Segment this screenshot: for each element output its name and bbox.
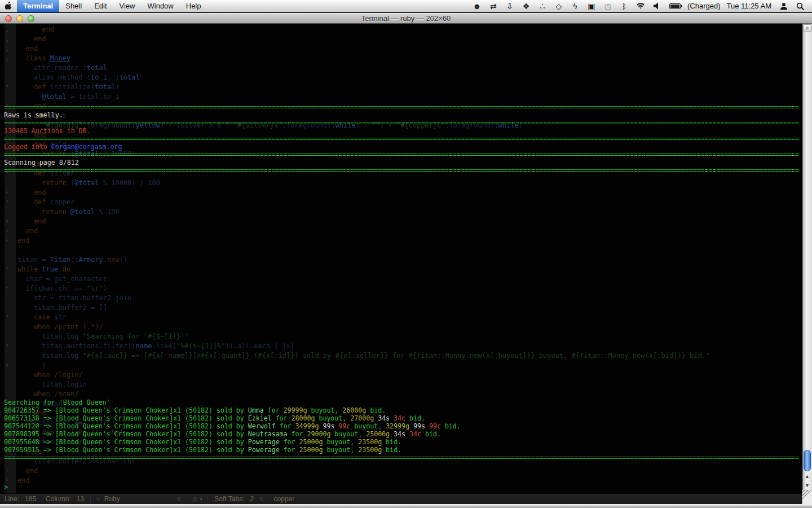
- separator-line: ========================================…: [4, 135, 799, 143]
- code-line: titan.log "Searching for '#{$~[1]}'": [17, 332, 188, 341]
- code-line: class Money: [17, 54, 70, 63]
- fold-arrow-up-icon[interactable]: ▴: [6, 218, 14, 223]
- fold-arrow-up-icon[interactable]: ▴: [6, 362, 14, 367]
- spotlight-icon[interactable]: [794, 0, 806, 12]
- bundle-stepper-icon[interactable]: ⇅: [176, 496, 181, 502]
- terminal-title-bar[interactable]: Terminal — ruby — 202×60: [0, 13, 812, 24]
- fold-arrow-up-icon[interactable]: ▴: [6, 38, 14, 43]
- apple-menu[interactable]: [0, 0, 17, 12]
- soft-tabs-value[interactable]: 2: [250, 495, 254, 503]
- download-box-icon[interactable]: ⇩: [504, 0, 516, 12]
- code-line: when /scan/: [17, 389, 78, 399]
- window-title: Terminal — ruby — 202×60: [0, 14, 812, 23]
- app-blobs-icon[interactable]: ❖: [520, 0, 532, 12]
- split-pane-button[interactable]: ≡: [803, 24, 811, 32]
- separator-line: ========================================…: [4, 167, 799, 174]
- code-line: case str: [17, 313, 67, 322]
- fold-arrow-down-icon[interactable]: ▾: [6, 266, 14, 271]
- display-icon[interactable]: ▣: [585, 0, 598, 12]
- fold-arrow-down-icon[interactable]: ▾: [6, 343, 14, 348]
- status-divider: [208, 494, 208, 505]
- fold-arrow-up-icon[interactable]: ▴: [6, 190, 14, 194]
- background-window-bottom-edge: [0, 504, 812, 508]
- code-line: end: [17, 44, 38, 54]
- menu-bar-left: TerminalShellEditViewWindowHelp: [0, 0, 208, 12]
- code-line: end: [17, 466, 38, 476]
- scrollbar-thumb[interactable]: [804, 450, 811, 471]
- sync-icon[interactable]: ⇄: [487, 0, 500, 12]
- menu-item-view[interactable]: View: [113, 0, 142, 12]
- status-divider: [187, 494, 187, 505]
- search-header: Searching for 'Blood Queen': [4, 398, 110, 406]
- code-line: if(char.chr == "\r"): [17, 284, 107, 294]
- resize-grip[interactable]: [802, 490, 812, 504]
- bundle-icon: ◔: [96, 496, 100, 502]
- fold-arrow-up-icon[interactable]: ▴: [6, 228, 14, 233]
- code-line: }: [17, 361, 46, 370]
- line-label: Line:: [5, 495, 19, 503]
- fold-arrow-down-icon[interactable]: ▾: [6, 199, 14, 204]
- code-line: when /login/: [17, 370, 83, 380]
- code-line: end: [17, 476, 30, 485]
- code-line: titan.auctions.filter(:name.like("%#{$~[…: [17, 341, 294, 351]
- quicksilver-diamond-icon[interactable]: ◇: [553, 0, 565, 12]
- fold-arrow-up-icon[interactable]: ▴: [6, 29, 14, 33]
- menu-item-window[interactable]: Window: [142, 0, 180, 12]
- code-line: titan = Titan::Armory.new(): [17, 255, 127, 265]
- fold-arrow-down-icon[interactable]: ▾: [6, 84, 14, 89]
- auction-result: 907955648 => [Blood Queen's Crimson Chok…: [4, 438, 401, 446]
- bundle-selector[interactable]: Ruby: [104, 495, 120, 503]
- soft-tabs-stepper-icon[interactable]: ⇅: [259, 496, 263, 502]
- code-line: while true do: [17, 265, 70, 274]
- scroll-up-arrow[interactable]: ▲: [802, 472, 812, 481]
- menu-clock[interactable]: Tue 11:25 AM: [727, 2, 772, 10]
- prompt: >: [4, 483, 8, 491]
- scroll-down-arrow[interactable]: ▼: [802, 481, 812, 490]
- battery-status-label: (Charged): [687, 2, 721, 10]
- menu-item-terminal[interactable]: Terminal: [17, 0, 59, 12]
- log-auction-count: 130485 Auctions in DB.: [4, 127, 91, 135]
- auction-result: 904726357 => [Blood Queen's Crimson Chok…: [4, 406, 386, 414]
- code-line: end: [17, 226, 38, 236]
- auction-result: 907544120 => [Blood Queen's Crimson Chok…: [4, 422, 461, 430]
- code-line: return (@total % 10000) / 100: [17, 178, 160, 188]
- battery-body: [669, 3, 681, 9]
- menu-item-help[interactable]: Help: [180, 0, 208, 12]
- menu-item-shell[interactable]: Shell: [59, 0, 88, 12]
- wifi-icon[interactable]: [634, 0, 647, 12]
- battery-icon[interactable]: [669, 3, 682, 9]
- code-line: titan.log "#{x[:auc]} => [#{x[:name]}]x#…: [17, 351, 710, 361]
- paw-icon[interactable]: ∴: [536, 0, 549, 12]
- app-ghost-icon[interactable]: ☻: [471, 0, 483, 12]
- fast-user-switching-icon[interactable]: [778, 0, 790, 12]
- log-login: Logged into Corgan@corgasm.org: [4, 143, 122, 151]
- separator-line: ========================================…: [4, 151, 799, 159]
- fold-arrow-up-icon[interactable]: ▴: [6, 48, 14, 52]
- code-line: def copper: [17, 198, 74, 207]
- menu-item-edit[interactable]: Edit: [88, 0, 113, 12]
- bluetooth-icon[interactable]: ᛒ: [618, 0, 630, 12]
- menu-extras: ☻⇄⇩❖∴◇ϟ▣◷ᛒ (Charged) Tue 11:25 AM: [471, 0, 812, 12]
- apple-logo-icon: [5, 1, 12, 11]
- fold-arrow-down-icon[interactable]: ▾: [6, 314, 14, 319]
- fold-arrow-up-icon[interactable]: ▴: [6, 478, 14, 482]
- flame-icon[interactable]: ϟ: [569, 0, 581, 12]
- time-machine-icon[interactable]: ◷: [602, 0, 614, 12]
- column-label: Column:: [46, 495, 71, 503]
- fold-arrow-up-icon[interactable]: ▴: [6, 238, 14, 242]
- fold-arrow-down-icon[interactable]: ▾: [6, 58, 14, 62]
- gear-icon[interactable]: ◎ ▾: [192, 496, 202, 503]
- terminal-content[interactable]: end end end class Money attr_reader :tot…: [0, 24, 812, 504]
- fold-arrow-up-icon[interactable]: ▴: [6, 468, 14, 472]
- code-line: char = get_character: [17, 274, 107, 284]
- menu-extras-icons: ☻⇄⇩❖∴◇ϟ▣◷ᛒ: [471, 0, 630, 12]
- fold-arrow-down-icon[interactable]: ▾: [6, 286, 14, 290]
- terminal-scrollbar-track[interactable]: [802, 24, 812, 490]
- auction-result: 907898395 => [Blood Queen's Crimson Chok…: [4, 430, 441, 438]
- current-symbol: copper: [274, 495, 295, 503]
- code-line: titan.buffer2 = []: [17, 303, 107, 313]
- auction-result: 906573138 => [Blood Queen's Crimson Chok…: [4, 414, 425, 422]
- volume-icon[interactable]: [651, 0, 663, 12]
- line-value: 185: [25, 495, 36, 503]
- separator-line: ========================================…: [4, 119, 799, 127]
